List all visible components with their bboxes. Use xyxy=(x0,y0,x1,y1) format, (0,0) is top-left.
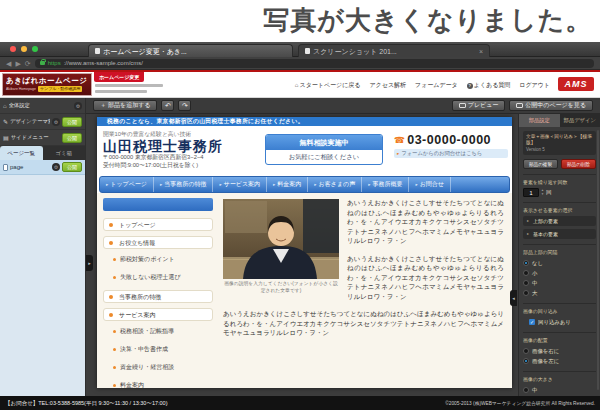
right-panel-collapse-handle[interactable]: ◂ xyxy=(510,290,517,306)
delete-part-button[interactable]: 部品の削除 xyxy=(561,159,596,169)
duplicate-part-button[interactable]: 部品の複製 xyxy=(523,159,558,169)
expand-arrow-icon: ▸ xyxy=(527,229,529,239)
size-option[interactable]: 中 xyxy=(523,385,596,395)
minimize-window-button[interactable] xyxy=(21,46,27,52)
plus-icon: ＋ xyxy=(100,101,106,110)
undo-button[interactable]: ↶ xyxy=(161,100,174,111)
menu-item[interactable]: トップページ xyxy=(103,218,213,231)
form-contact-link[interactable]: ▸ フォームからのお問合せはこちら xyxy=(394,149,508,158)
zoom-window-button[interactable] xyxy=(32,46,38,52)
panel-body: 文章＋画像＜回り込み＞【標準版】 Version 5 部品の複製 部品の削除 要… xyxy=(519,127,600,410)
panel-tabs: 部品設定 部品デザイン xyxy=(519,114,600,127)
spacing-option[interactable]: 大 xyxy=(523,288,596,298)
image-caption: 画像の説明を入力してください(フォントが小さく設定された文章です) xyxy=(223,281,339,294)
menu-subitem[interactable]: 決算・申告書作成 xyxy=(103,344,213,355)
spacing-option[interactable]: なし xyxy=(523,258,596,268)
gear-icon[interactable]: ⚙ xyxy=(74,102,82,110)
forward-icon[interactable]: ▶ xyxy=(15,57,20,70)
close-window-button[interactable] xyxy=(10,46,16,52)
panel-scrollbar[interactable] xyxy=(597,130,599,390)
menu-item[interactable]: 当事務所の特徴 xyxy=(103,290,213,303)
menu-subitem[interactable]: 失敗しない税理士選び xyxy=(103,272,213,283)
tab-trash[interactable]: ゴミ箱 xyxy=(43,146,86,160)
wrap-checkbox-row[interactable]: ✓ 回り込みあり xyxy=(523,317,596,327)
menu-subitem[interactable]: 料金案内 xyxy=(103,380,213,388)
radio-icon xyxy=(523,358,529,364)
menu-subitem[interactable]: 資金繰り・経営相談 xyxy=(103,362,213,373)
businessman-photo xyxy=(223,199,339,279)
left-panel-collapse-handle[interactable]: ▸ xyxy=(86,255,93,271)
site-content: トップページ お役立ち情報 節税対策のポイント 失敗しない税理士選び 当事務所の… xyxy=(97,193,512,388)
page-title: 写真が大きくなりました。 xyxy=(263,3,592,38)
publish-button[interactable]: 公開 xyxy=(62,117,82,127)
free-consultation-box: 無料相談実施中 お気軽にご相談ください xyxy=(265,134,383,165)
sidebar-item-side-menu[interactable]: ▤ サイドメニュー 公開 xyxy=(0,130,85,146)
tab-page-list[interactable]: ページ一覧 xyxy=(0,146,43,160)
publish-button[interactable]: 公開 xyxy=(62,133,82,143)
site-nav-item[interactable]: ▸トップページ xyxy=(100,177,154,192)
gear-icon[interactable]: ⚙ xyxy=(52,118,60,126)
logo-subtitle: Akibare Homepage xyxy=(6,87,36,91)
placement-section: 画像の配置 画像を右に 画像を左に xyxy=(523,332,596,366)
content-figure[interactable]: 画像の説明を入力してください(フォントが小さく設定された文章です) xyxy=(223,199,339,294)
publish-button[interactable]: 公開 xyxy=(62,162,82,172)
tab-part-settings[interactable]: 部品設定 xyxy=(519,114,560,127)
menu-subitem[interactable]: 税務相談・記帳指導 xyxy=(103,326,213,337)
view-published-button[interactable]: 公開中のページを見る xyxy=(509,100,593,111)
placement-option[interactable]: 画像を左に xyxy=(523,356,596,366)
spacing-option[interactable]: 小 xyxy=(523,268,596,278)
checkbox-checked-icon[interactable]: ✓ xyxy=(529,319,535,325)
site-nav-item[interactable]: ▸事務所概要 xyxy=(362,177,409,192)
cms-header: あきばれホームページ Akibare Homepage サンプル・動作確認用 ホ… xyxy=(0,72,600,98)
sidebar-item-design-theme[interactable]: ✎ デザインテーマ変更 ⚙ 公開 xyxy=(0,114,85,130)
nav-item-faq[interactable]: ？よくある質問 xyxy=(467,81,511,90)
document-icon xyxy=(3,164,8,171)
site-nav-item[interactable]: ▸お問合せ xyxy=(409,177,451,192)
monitor-icon xyxy=(459,103,466,108)
page-list-item[interactable]: page ⚙ 公開 xyxy=(0,160,85,175)
site-main-text: 画像の説明を入力してください(フォントが小さく設定された文章です) あいうえおか… xyxy=(215,198,508,388)
phone-block: ☎ 03-0000-0000 ▸ フォームからのお問合せはこちら xyxy=(394,133,508,158)
akibare-logo[interactable]: あきばれホームページ Akibare Homepage サンプル・動作確認用 xyxy=(2,73,92,96)
gear-icon[interactable]: ⚙ xyxy=(52,163,60,171)
sample-badge: サンプル・動作確認用 xyxy=(38,86,82,92)
nav-item-logout[interactable]: ログアウト xyxy=(519,81,550,90)
question-icon: ？ xyxy=(467,83,473,89)
add-part-button[interactable]: ＋ 部品を追加する xyxy=(93,100,157,111)
https-lock-icon xyxy=(40,61,45,65)
stepper-arrows[interactable]: ▲ ▼ xyxy=(541,189,544,195)
menu-item[interactable]: サービス案内 xyxy=(103,308,213,321)
spacing-option[interactable]: 中 xyxy=(523,278,596,288)
element-group-upper[interactable]: ▸ 上部の要素 xyxy=(523,216,596,226)
sidebar-tabs: ページ一覧 ゴミ箱 xyxy=(0,146,85,160)
repeat-stepper[interactable]: 1 ▲ ▼ 回 xyxy=(523,188,596,197)
close-tab-icon[interactable]: × xyxy=(479,45,483,58)
browser-tab-inactive[interactable]: スクリーンショット 201... × xyxy=(298,44,490,57)
tab-part-design[interactable]: 部品デザイン xyxy=(560,114,600,127)
menu-item[interactable]: お役立ち情報 xyxy=(103,236,213,249)
nav-item-start-page[interactable]: ⌂スタートページに戻る xyxy=(295,81,361,90)
url-field[interactable]: https ://www.ams-sample.com/cms/ xyxy=(35,59,594,68)
repeat-count-input[interactable]: 1 xyxy=(523,188,539,197)
site-nav-item[interactable]: ▸当事務所の特徴 xyxy=(154,177,213,192)
sidebar-item-global-settings[interactable]: ⌂ 全体設定 ⚙ xyxy=(0,98,85,114)
nav-item-form-data[interactable]: フォームデータ xyxy=(415,81,458,90)
nav-item-access-analytics[interactable]: アクセス解析 xyxy=(369,81,406,90)
browser-tab-label: スクリーンショット 201... xyxy=(313,45,397,58)
browser-tab-active[interactable]: ホームページ変更・あき... xyxy=(88,44,293,57)
site-nav-item[interactable]: ▸サービス案内 xyxy=(213,177,267,192)
placement-option[interactable]: 画像を右に xyxy=(523,346,596,356)
preview-button[interactable]: プレビュー xyxy=(452,100,506,111)
step-down-icon[interactable]: ▼ xyxy=(541,193,544,196)
menu-subitem[interactable]: 節税対策のポイント xyxy=(103,254,213,265)
site-preview[interactable]: 税務のことなら、東京都新宿区の山田税理士事務所にお任せください。 開業10年の豊… xyxy=(97,117,512,388)
reload-icon[interactable]: ⟳ xyxy=(25,57,31,70)
homepage-edit-tab[interactable]: ホームページ変更 xyxy=(94,72,144,82)
site-notice-bar: 税務のことなら、東京都新宿区の山田税理士事務所にお任せください。 xyxy=(97,117,512,126)
redo-button[interactable]: ↷ xyxy=(178,100,191,111)
element-group-basic[interactable]: ▸ 基本の要素 xyxy=(523,229,596,239)
back-icon[interactable]: ◀ xyxy=(6,57,11,70)
site-nav-item[interactable]: ▸料金案内 xyxy=(267,177,308,192)
site-nav-item[interactable]: ▸お客さまの声 xyxy=(308,177,362,192)
cms-top-nav: ⌂スタートページに戻る アクセス解析 フォームデータ ？よくある質問 ログアウト xyxy=(295,81,550,90)
